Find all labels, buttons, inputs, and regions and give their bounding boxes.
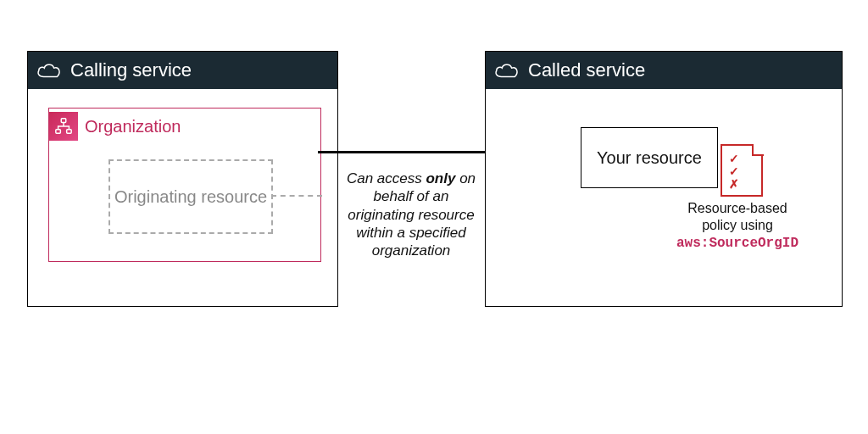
arrow-caption: Can access only on behalf of an originat… — [339, 170, 483, 259]
cloud-icon — [494, 62, 520, 79]
originating-resource-box: Originating resource — [108, 159, 273, 234]
calling-service-title: Calling service — [70, 59, 192, 81]
policy-document-icon: ✓✓✗ — [721, 144, 763, 197]
policy-caption: Resource-based policy using aws:SourceOr… — [653, 200, 822, 252]
svg-rect-0 — [61, 119, 66, 123]
organization-label: Organization — [85, 117, 181, 136]
arrow-caption-bold: only — [426, 170, 455, 186]
called-service-title: Called service — [528, 59, 645, 81]
dashed-connector — [271, 195, 322, 197]
policy-caption-line1: Resource-based — [687, 201, 787, 215]
policy-checkmarks-icon: ✓✓✗ — [729, 153, 739, 191]
svg-rect-1 — [56, 130, 61, 134]
called-service-header: Called service — [486, 52, 842, 89]
originating-resource-label: Originating resource — [114, 187, 267, 207]
calling-service-header: Calling service — [28, 52, 337, 89]
your-resource-label: Your resource — [597, 148, 702, 167]
policy-caption-line2: policy using — [702, 218, 773, 232]
organization-header: Organization — [49, 108, 320, 141]
diagram-stage: Calling service Organization — [0, 0, 868, 434]
your-resource-box: Your resource — [581, 127, 718, 188]
arrow-caption-pre: Can access — [347, 170, 426, 186]
policy-condition-key: aws:SourceOrgID — [676, 236, 798, 251]
svg-rect-2 — [67, 130, 72, 134]
cloud-icon — [36, 62, 62, 79]
organization-box: Organization Originating resource — [48, 108, 321, 262]
calling-service-panel: Calling service Organization — [27, 51, 338, 307]
org-hierarchy-icon — [49, 112, 78, 141]
